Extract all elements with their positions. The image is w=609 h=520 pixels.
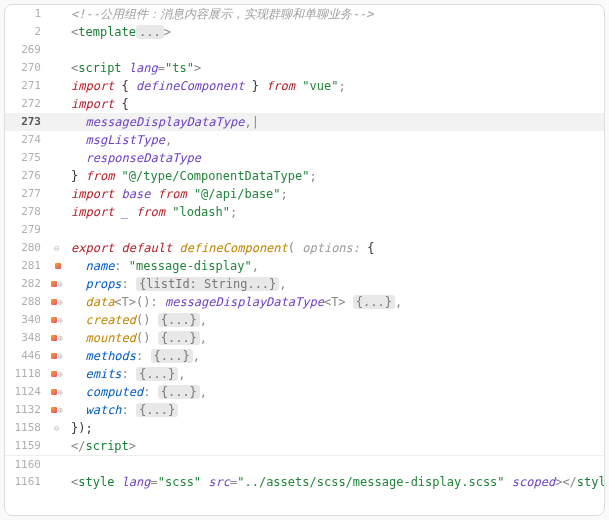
code-editor[interactable]: 1 <!--公用组件：消息内容展示，实现群聊和单聊业务--> 2 <templa… bbox=[4, 4, 605, 516]
fold-toggle-icon[interactable]: ⊖ bbox=[54, 239, 62, 257]
code-line[interactable]: 288 ⊕ data<T>(): messageDisplayDataType<… bbox=[5, 293, 604, 311]
keyword: export bbox=[71, 241, 114, 255]
string: "message-display" bbox=[129, 259, 252, 273]
code-line[interactable]: 1 <!--公用组件：消息内容展示，实现群聊和单聊业务--> bbox=[5, 5, 604, 23]
code-line[interactable]: 2 <template...> bbox=[5, 23, 604, 41]
fold-toggle-icon[interactable]: ⊕ bbox=[58, 383, 66, 401]
string: "../assets/scss/message-display.scss" bbox=[237, 475, 504, 489]
keyword: from bbox=[266, 79, 295, 93]
fold-toggle-icon[interactable]: ⊖ bbox=[54, 419, 62, 437]
property: watch bbox=[85, 403, 121, 417]
fold-toggle-icon[interactable]: ⊕ bbox=[58, 365, 66, 383]
code-line[interactable]: 269 bbox=[5, 41, 604, 59]
code-line[interactable]: 340 ⊕ created() {...}, bbox=[5, 311, 604, 329]
folded-region[interactable]: {...} bbox=[136, 403, 178, 417]
line-number: 1132 bbox=[5, 401, 47, 419]
attr: lang bbox=[129, 61, 158, 75]
code-line[interactable]: 274 msgListType, bbox=[5, 131, 604, 149]
folded-region[interactable]: {...} bbox=[136, 367, 178, 381]
line-number: 270 bbox=[5, 59, 47, 77]
line-number: 1124 bbox=[5, 383, 47, 401]
fold-toggle-icon[interactable]: ⊕ bbox=[58, 401, 66, 419]
attr: scoped bbox=[512, 475, 555, 489]
edit-mark-icon bbox=[51, 407, 57, 413]
edit-mark-icon bbox=[55, 263, 61, 269]
fold-toggle-icon[interactable]: ⊕ bbox=[58, 293, 66, 311]
line-number: 1159 bbox=[5, 437, 47, 455]
property: methods bbox=[85, 349, 136, 363]
fold-toggle-icon[interactable]: ⊕ bbox=[58, 311, 66, 329]
folded-region[interactable]: {...} bbox=[158, 385, 200, 399]
folded-region[interactable]: {...} bbox=[158, 313, 200, 327]
code-line[interactable]: 273 messageDisplayDataType,| bbox=[5, 113, 604, 131]
string: "@/type/ComponentDataType" bbox=[122, 169, 310, 183]
line-number: 1158 bbox=[5, 419, 47, 437]
code-line[interactable]: 1159 </script> bbox=[5, 437, 604, 455]
line-number: 279 bbox=[5, 221, 47, 239]
fold-toggle-icon[interactable]: ⊕ bbox=[58, 275, 66, 293]
code-line[interactable]: 281 name: "message-display", bbox=[5, 257, 604, 275]
identifier: messageDisplayDataType bbox=[85, 115, 244, 129]
edit-mark-icon bbox=[51, 353, 57, 359]
code-line[interactable]: 1160 bbox=[5, 455, 604, 473]
keyword: import bbox=[71, 97, 114, 111]
line-number: 1118 bbox=[5, 365, 47, 383]
code-line[interactable]: 276 } from "@/type/ComponentDataType"; bbox=[5, 167, 604, 185]
code-line[interactable]: 278 import _ from "lodash"; bbox=[5, 203, 604, 221]
line-number: 446 bbox=[5, 347, 47, 365]
code-line[interactable]: 275 responseDataType bbox=[5, 149, 604, 167]
line-number: 276 bbox=[5, 167, 47, 185]
code-line[interactable]: 280 ⊖ export default defineComponent( op… bbox=[5, 239, 604, 257]
line-number: 273 bbox=[5, 113, 47, 131]
line-number: 281 bbox=[5, 257, 47, 275]
keyword: import bbox=[71, 79, 114, 93]
keyword: import bbox=[71, 187, 114, 201]
identifier: _ bbox=[122, 205, 129, 219]
generic: <T> bbox=[114, 295, 136, 309]
code-line[interactable]: 1161 <style lang="scss" src="../assets/s… bbox=[5, 473, 604, 491]
code-line[interactable]: 1158 ⊖ }); bbox=[5, 419, 604, 437]
edit-mark-icon bbox=[51, 317, 57, 323]
code-line[interactable]: 1124 ⊕ computed: {...}, bbox=[5, 383, 604, 401]
code-line[interactable]: 446 ⊕ methods: {...}, bbox=[5, 347, 604, 365]
brace-close: }); bbox=[71, 421, 93, 435]
folded-region[interactable]: {...} bbox=[353, 295, 395, 309]
keyword: from bbox=[136, 205, 165, 219]
keyword: import bbox=[71, 205, 114, 219]
fold-toggle-icon[interactable]: ⊕ bbox=[58, 347, 66, 365]
line-number: 274 bbox=[5, 131, 47, 149]
string: "vue" bbox=[302, 79, 338, 93]
line-number: 288 bbox=[5, 293, 47, 311]
property: props bbox=[85, 277, 121, 291]
code-line[interactable]: 271 import { defineComponent } from "vue… bbox=[5, 77, 604, 95]
attr: lang bbox=[122, 475, 151, 489]
tag: template bbox=[78, 25, 136, 39]
line-number: 2 bbox=[5, 23, 47, 41]
code-line[interactable]: 277 import base from "@/api/base"; bbox=[5, 185, 604, 203]
code-line[interactable]: 348 ⊕ mounted() {...}, bbox=[5, 329, 604, 347]
keyword: from bbox=[158, 187, 187, 201]
code-line[interactable]: 1132 ⊕ watch: {...} bbox=[5, 401, 604, 419]
edit-mark-icon bbox=[51, 335, 57, 341]
code-line[interactable]: 272 import { bbox=[5, 95, 604, 113]
line-number: 1160 bbox=[5, 456, 47, 474]
folded-region[interactable]: {listId: String...} bbox=[136, 277, 279, 291]
return-type: messageDisplayDataType bbox=[165, 295, 324, 309]
edit-mark-icon bbox=[51, 389, 57, 395]
tag: script bbox=[85, 439, 128, 453]
code-line[interactable]: 279 bbox=[5, 221, 604, 239]
code-line[interactable]: 270 <script lang="ts"> bbox=[5, 59, 604, 77]
code-line[interactable]: 282 ⊕ props: {listId: String...}, bbox=[5, 275, 604, 293]
attr: src bbox=[208, 475, 230, 489]
keyword: from bbox=[85, 169, 114, 183]
fold-ellipsis[interactable]: ... bbox=[136, 25, 164, 39]
fold-toggle-icon[interactable]: ⊕ bbox=[58, 329, 66, 347]
string: "ts" bbox=[165, 61, 194, 75]
code-line[interactable]: 1118 ⊕ emits: {...}, bbox=[5, 365, 604, 383]
tag: style bbox=[78, 475, 114, 489]
identifier: defineComponent bbox=[136, 79, 244, 93]
folded-region[interactable]: {...} bbox=[158, 331, 200, 345]
line-number: 280 bbox=[5, 239, 47, 257]
folded-region[interactable]: {...} bbox=[151, 349, 193, 363]
string: "scss" bbox=[158, 475, 201, 489]
